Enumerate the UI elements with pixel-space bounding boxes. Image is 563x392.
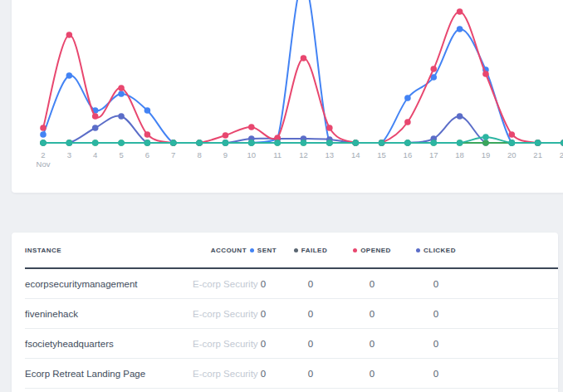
account-cell: E-corp Security: [193, 369, 247, 379]
table-row[interactable]: fiveninehackE-corp Security0000: [25, 299, 558, 329]
sent-cell: 0: [247, 309, 280, 319]
column-header-label: FAILED: [301, 247, 327, 254]
x-axis-tick-label: 8: [197, 150, 201, 159]
timeline-chart-card: 2345678910111213141516171819202122Nov: [12, 0, 563, 193]
x-axis-tick-label: 22: [560, 150, 563, 159]
opened-cell: 0: [341, 369, 403, 379]
data-point-series-teal: [326, 140, 333, 146]
sent-cell: 0: [247, 279, 280, 289]
data-point-series-teal: [144, 140, 151, 146]
data-point-series-teal: [223, 140, 229, 146]
x-axis-month-label: Nov: [37, 159, 51, 169]
data-point-series-teal: [509, 140, 516, 146]
data-point-opened: [301, 55, 307, 61]
instance-cell: fiveninehack: [25, 309, 193, 319]
account-cell: E-corp Security: [193, 279, 247, 289]
data-point-opened: [457, 8, 463, 15]
series-line-opened: [43, 12, 563, 143]
column-header-account: ACCOUNT: [193, 247, 247, 254]
campaign-timeline-chart: 2345678910111213141516171819202122Nov: [12, 0, 563, 174]
x-axis-tick-label: 9: [223, 150, 228, 159]
column-header-label: SENT: [257, 247, 277, 254]
clicked-cell: 0: [403, 309, 469, 319]
x-axis-tick-label: 3: [67, 150, 71, 159]
failed-cell: 0: [280, 309, 341, 319]
data-point-series-teal: [535, 140, 541, 146]
data-point-series-teal: [404, 140, 411, 146]
clicked-cell: 0: [403, 279, 469, 289]
x-axis-tick-label: 18: [455, 150, 464, 159]
data-point-opened: [248, 124, 255, 130]
instances-table-card: INSTANCEACCOUNTSENTFAILEDOPENEDCLICKED e…: [12, 233, 558, 392]
data-point-series-green: [482, 140, 489, 146]
instance-cell: Ecorp Retreat Landing Page: [25, 369, 193, 379]
data-point-opened: [482, 71, 489, 77]
table-body: ecorpsecuritymanagementE-corp Security00…: [12, 269, 558, 389]
instance-cell: ecorpsecuritymanagement: [25, 279, 193, 289]
column-header-instance: INSTANCE: [25, 247, 193, 254]
data-point-series-teal: [40, 140, 47, 146]
data-point-opened: [509, 131, 516, 138]
x-axis-tick-label: 11: [273, 150, 282, 159]
failed-legend-dot-icon: [294, 248, 298, 252]
column-header-opened[interactable]: OPENED: [341, 247, 403, 254]
data-point-opened: [40, 125, 47, 131]
x-axis-tick-label: 19: [482, 150, 491, 159]
data-point-series-teal: [248, 140, 255, 146]
x-axis-tick-label: 21: [533, 150, 542, 159]
column-header-label: ACCOUNT: [211, 247, 247, 254]
data-point-sent: [457, 26, 463, 32]
table-row[interactable]: Ecorp Retreat Landing PageE-corp Securit…: [25, 359, 558, 389]
account-cell: E-corp Security: [193, 339, 247, 349]
x-axis-tick-label: 4: [93, 150, 97, 159]
x-axis-tick-label: 13: [326, 150, 335, 159]
data-point-series-teal: [301, 140, 307, 146]
x-axis-tick-label: 17: [429, 150, 438, 159]
clicked-cell: 0: [403, 339, 469, 349]
x-axis-tick-label: 12: [299, 150, 308, 159]
data-point-series-teal: [482, 134, 489, 140]
sent-cell: 0: [247, 339, 280, 349]
data-point-series-teal: [430, 140, 437, 146]
opened-cell: 0: [341, 309, 403, 319]
x-axis-tick-label: 10: [247, 150, 257, 159]
column-header-clicked[interactable]: CLICKED: [403, 247, 469, 254]
data-point-opened: [326, 125, 333, 131]
data-point-clicked: [92, 125, 99, 131]
data-point-series-teal: [352, 140, 359, 146]
x-axis-tick-label: 5: [119, 150, 123, 159]
data-point-opened: [92, 113, 99, 120]
data-point-opened: [118, 85, 125, 91]
data-point-series-teal: [118, 140, 125, 146]
column-header-sent[interactable]: SENT: [247, 247, 280, 254]
data-point-sent: [40, 131, 47, 138]
x-axis-tick-label: 6: [145, 150, 149, 159]
instance-cell: fsocietyheadquarters: [25, 339, 193, 349]
data-point-series-teal: [457, 140, 463, 146]
x-axis-tick-label: 14: [351, 150, 360, 159]
failed-cell: 0: [280, 339, 341, 349]
data-point-opened: [404, 119, 411, 125]
sent-cell: 0: [247, 369, 280, 379]
table-row[interactable]: ecorpsecuritymanagementE-corp Security00…: [25, 269, 558, 299]
data-point-opened: [223, 132, 229, 139]
data-point-series-teal: [274, 140, 281, 146]
failed-cell: 0: [280, 369, 341, 379]
data-point-series-teal: [92, 140, 99, 146]
data-point-sent: [404, 95, 411, 101]
account-cell: E-corp Security: [193, 309, 247, 319]
data-point-opened: [144, 131, 151, 138]
column-header-failed[interactable]: FAILED: [280, 247, 341, 254]
x-axis-tick-label: 7: [171, 150, 175, 159]
table-row[interactable]: fsocietyheadquartersE-corp Security0000: [25, 329, 558, 359]
opened-legend-dot-icon: [353, 248, 357, 252]
clicked-legend-dot-icon: [416, 248, 420, 252]
data-point-sent: [118, 91, 125, 97]
column-header-label: CLICKED: [423, 247, 456, 254]
data-point-opened: [66, 32, 73, 38]
data-point-sent: [66, 72, 73, 79]
x-axis-tick-label: 15: [377, 150, 386, 159]
x-axis-tick-label: 20: [507, 150, 516, 159]
x-axis-tick-label: 2: [41, 150, 45, 159]
opened-cell: 0: [341, 279, 403, 289]
